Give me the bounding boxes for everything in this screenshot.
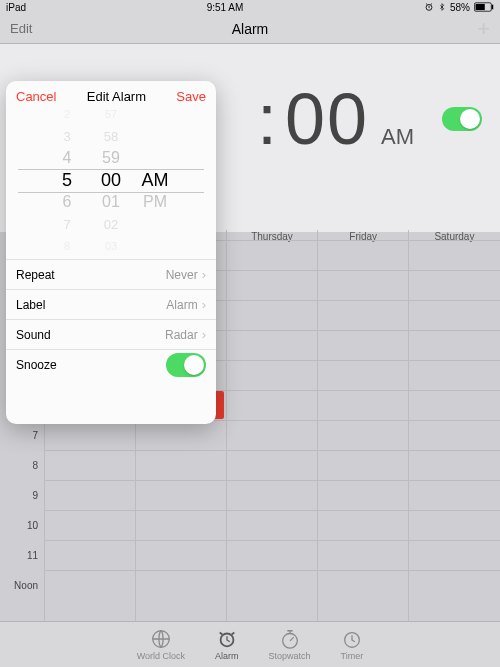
chevron-right-icon: › [202, 297, 206, 312]
battery-icon [474, 2, 494, 12]
status-time: 9:51 AM [207, 2, 244, 13]
alarm-status-icon [424, 2, 434, 12]
chevron-right-icon: › [202, 327, 206, 342]
content: : 00 AM sday Wednesday Thursday Friday S… [0, 44, 500, 621]
tab-stopwatch[interactable]: Stopwatch [269, 628, 311, 661]
repeat-row[interactable]: Repeat Never› [6, 260, 216, 290]
device-label: iPad [6, 2, 26, 13]
nav-bar: Edit Alarm + [0, 14, 500, 44]
snooze-row: Snooze [6, 350, 216, 380]
alarm-time-display: : 00 AM [257, 78, 414, 160]
time-picker[interactable]: 2 3 4 5 6 7 8 57 58 59 00 01 02 03 AM PM [6, 115, 216, 245]
chevron-right-icon: › [202, 267, 206, 282]
bluetooth-icon [438, 2, 446, 12]
tab-bar: World Clock Alarm Stopwatch Timer [0, 621, 500, 667]
minute-picker[interactable]: 57 58 59 00 01 02 03 [89, 103, 133, 257]
edit-button[interactable]: Edit [10, 21, 32, 36]
sound-row[interactable]: Sound Radar› [6, 320, 216, 350]
alarm-icon [216, 628, 238, 650]
hour-picker[interactable]: 2 3 4 5 6 7 8 [45, 103, 89, 257]
globe-icon [150, 628, 172, 650]
tab-alarm[interactable]: Alarm [215, 628, 239, 661]
battery-percent: 58% [450, 2, 470, 13]
ampm-picker[interactable]: AM PM [133, 103, 177, 257]
snooze-switch[interactable] [166, 353, 206, 377]
svg-rect-3 [492, 5, 494, 10]
alarm-enable-switch[interactable] [442, 107, 482, 131]
label-row[interactable]: Label Alarm› [6, 290, 216, 320]
popover-title: Edit Alarm [87, 89, 146, 104]
timer-icon [341, 628, 363, 650]
alarm-ampm: AM [381, 124, 414, 150]
save-button[interactable]: Save [176, 89, 206, 104]
stopwatch-icon [279, 628, 301, 650]
add-button[interactable]: + [477, 16, 490, 42]
edit-alarm-popover: Cancel Edit Alarm Save 2 3 4 5 6 7 8 57 … [6, 81, 216, 424]
svg-point-7 [282, 634, 297, 649]
svg-rect-2 [476, 4, 485, 10]
tab-timer[interactable]: Timer [341, 628, 364, 661]
status-bar: iPad 9:51 AM 58% [0, 0, 500, 14]
cancel-button[interactable]: Cancel [16, 89, 56, 104]
alarm-minute: 00 [285, 78, 369, 160]
page-title: Alarm [0, 21, 500, 37]
tab-worldclock[interactable]: World Clock [137, 628, 185, 661]
